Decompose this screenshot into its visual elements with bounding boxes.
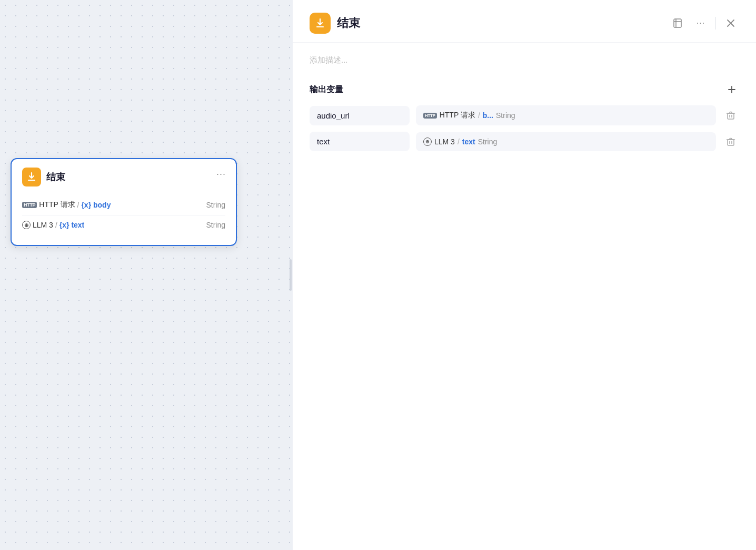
output-source-0[interactable]: HTTP HTTP 请求 / b... String <box>416 105 716 125</box>
book-icon <box>672 18 683 28</box>
svg-rect-7 <box>728 113 734 119</box>
node-var-0: {x} body <box>81 201 111 209</box>
panel-end-icon-svg <box>314 17 326 30</box>
trash-icon-1 <box>726 137 735 146</box>
llm-badge-1: ⊕ <box>22 221 31 229</box>
panel-icon <box>310 13 331 34</box>
node-type-1: String <box>206 221 225 229</box>
panel-header: 结束 ··· <box>293 0 756 43</box>
add-output-button[interactable] <box>724 82 739 97</box>
section-title: 输出变量 <box>310 84 343 95</box>
description-placeholder[interactable]: 添加描述... <box>310 55 739 65</box>
delete-output-button-0[interactable] <box>722 107 739 124</box>
http-badge-0: HTTP <box>22 202 37 208</box>
trash-icon-0 <box>726 111 735 120</box>
panel-more-icon: ··· <box>697 18 705 28</box>
right-panel: 结束 ··· 添加描述... 输出变量 <box>293 0 756 550</box>
divider[interactable] <box>289 0 293 550</box>
node-icon <box>22 168 41 186</box>
node-source-0: HTTP 请求 <box>39 200 75 210</box>
output-source-1[interactable]: ⊕ LLM 3 / text String <box>416 132 716 151</box>
output-slash-1: / <box>457 138 460 146</box>
close-icon <box>726 18 735 28</box>
end-node-card: ··· 结束 HTTP HTTP 请求 / {x} body String <box>11 158 237 246</box>
node-slash-0: / <box>77 201 79 209</box>
node-var-1: {x} text <box>59 221 84 229</box>
panel-more-button[interactable]: ··· <box>692 15 709 32</box>
output-source-text-0: HTTP 请求 <box>440 111 475 120</box>
section-header: 输出变量 <box>310 82 739 97</box>
node-more-icon: ··· <box>216 169 226 180</box>
canvas-area: ··· 结束 HTTP HTTP 请求 / {x} body String <box>0 0 293 550</box>
output-var-ref-0: b... <box>483 111 493 120</box>
output-var-ref-1: text <box>462 138 475 146</box>
panel-book-button[interactable] <box>669 15 686 32</box>
plus-icon <box>727 84 737 95</box>
header-divider <box>715 17 716 30</box>
output-slash-0: / <box>478 111 480 120</box>
node-row-left-1: ⊕ LLM 3 / {x} text <box>22 221 84 229</box>
delete-output-button-1[interactable] <box>722 133 739 150</box>
panel-body: 添加描述... 输出变量 audio_url HTTP HTTP 请求 / b.… <box>293 43 756 550</box>
output-http-badge-0: HTTP <box>423 113 437 119</box>
node-row-1: ⊕ LLM 3 / {x} text String <box>22 215 225 234</box>
panel-title: 结束 <box>337 15 663 31</box>
output-var-name-0[interactable]: audio_url <box>310 106 410 125</box>
node-type-0: String <box>206 201 225 209</box>
output-type-0: String <box>496 111 515 120</box>
end-icon-svg <box>26 171 37 183</box>
node-source-1: LLM 3 <box>33 221 53 229</box>
svg-rect-0 <box>674 19 681 27</box>
node-row-left-0: HTTP HTTP 请求 / {x} body <box>22 200 111 210</box>
node-title: 结束 <box>46 171 65 183</box>
svg-rect-11 <box>728 140 734 145</box>
node-more-button[interactable]: ··· <box>213 165 230 182</box>
output-row-1: text ⊕ LLM 3 / text String <box>310 132 739 151</box>
output-type-1: String <box>478 138 498 146</box>
divider-handle <box>290 259 292 291</box>
output-llm-badge-1: ⊕ <box>423 138 432 146</box>
panel-header-actions: ··· <box>669 15 739 32</box>
output-var-name-1[interactable]: text <box>310 132 410 151</box>
node-row-0: HTTP HTTP 请求 / {x} body String <box>22 195 225 215</box>
node-slash-1: / <box>55 221 57 229</box>
panel-close-button[interactable] <box>722 15 739 32</box>
node-header: 结束 <box>22 168 225 186</box>
output-source-text-1: LLM 3 <box>434 138 455 146</box>
output-row-0: audio_url HTTP HTTP 请求 / b... String <box>310 105 739 125</box>
